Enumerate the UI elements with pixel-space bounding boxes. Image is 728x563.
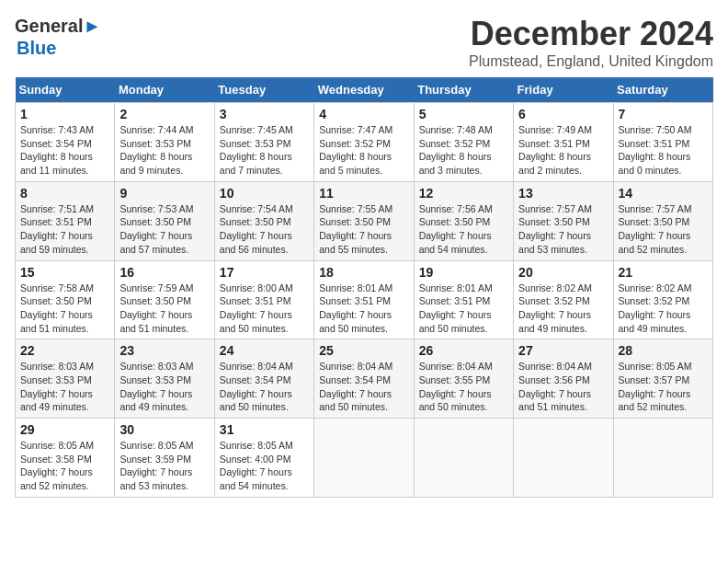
day-detail: Sunrise: 8:05 AMSunset: 3:58 PMDaylight:… [20, 439, 109, 493]
day-detail: Sunrise: 7:58 AMSunset: 3:50 PMDaylight:… [20, 282, 109, 336]
day-detail: Sunrise: 8:04 AMSunset: 3:55 PMDaylight:… [419, 360, 508, 414]
table-row: 25Sunrise: 8:04 AMSunset: 3:54 PMDayligh… [314, 339, 414, 419]
day-detail: Sunrise: 7:50 AMSunset: 3:51 PMDaylight:… [619, 123, 708, 178]
day-number: 8 [20, 186, 109, 201]
day-number: 20 [518, 265, 608, 280]
table-row: 1Sunrise: 7:43 AMSunset: 3:54 PMDaylight… [16, 103, 115, 182]
day-detail: Sunrise: 7:49 AMSunset: 3:51 PMDaylight:… [518, 123, 608, 178]
day-number: 7 [619, 107, 708, 121]
table-row: 20Sunrise: 8:02 AMSunset: 3:52 PMDayligh… [514, 260, 613, 339]
day-detail: Sunrise: 7:57 AMSunset: 3:50 PMDaylight:… [518, 202, 608, 257]
day-detail: Sunrise: 7:43 AMSunset: 3:54 PMDaylight:… [20, 123, 109, 178]
day-number: 11 [319, 186, 408, 201]
table-row: 13Sunrise: 7:57 AMSunset: 3:50 PMDayligh… [514, 181, 613, 260]
day-detail: Sunrise: 7:45 AMSunset: 3:53 PMDaylight:… [220, 123, 309, 178]
day-detail: Sunrise: 8:04 AMSunset: 3:56 PMDaylight:… [518, 360, 608, 414]
day-number: 16 [119, 265, 209, 280]
day-number: 1 [20, 107, 109, 121]
table-row: 4Sunrise: 7:47 AMSunset: 3:52 PMDaylight… [314, 103, 414, 182]
day-detail: Sunrise: 7:56 AMSunset: 3:50 PMDaylight:… [419, 202, 508, 257]
table-row: 26Sunrise: 8:04 AMSunset: 3:55 PMDayligh… [414, 339, 513, 419]
header: General► Blue December 2024 Plumstead, E… [15, 15, 713, 70]
day-detail: Sunrise: 7:47 AMSunset: 3:52 PMDaylight:… [319, 123, 408, 178]
table-row: 15Sunrise: 7:58 AMSunset: 3:50 PMDayligh… [16, 260, 115, 339]
table-row: 10Sunrise: 7:54 AMSunset: 3:50 PMDayligh… [214, 181, 313, 260]
col-thursday: Thursday [414, 77, 513, 103]
day-number: 10 [220, 186, 309, 201]
table-row: 30Sunrise: 8:05 AMSunset: 3:59 PMDayligh… [115, 419, 214, 498]
table-row: 23Sunrise: 8:03 AMSunset: 3:53 PMDayligh… [115, 339, 214, 419]
table-row: 14Sunrise: 7:57 AMSunset: 3:50 PMDayligh… [613, 181, 712, 260]
table-row: 7Sunrise: 7:50 AMSunset: 3:51 PMDaylight… [613, 103, 712, 182]
table-row: 8Sunrise: 7:51 AMSunset: 3:51 PMDaylight… [16, 181, 115, 260]
day-number: 9 [119, 186, 209, 201]
day-number: 19 [419, 265, 508, 280]
calendar-week-row: 8Sunrise: 7:51 AMSunset: 3:51 PMDaylight… [16, 181, 713, 260]
day-detail: Sunrise: 8:02 AMSunset: 3:52 PMDaylight:… [619, 282, 708, 336]
day-number: 18 [319, 265, 408, 280]
table-row: 21Sunrise: 8:02 AMSunset: 3:52 PMDayligh… [613, 260, 712, 339]
table-row: 11Sunrise: 7:55 AMSunset: 3:50 PMDayligh… [314, 181, 414, 260]
table-row: 29Sunrise: 8:05 AMSunset: 3:58 PMDayligh… [16, 419, 115, 498]
day-detail: Sunrise: 7:54 AMSunset: 3:50 PMDaylight:… [220, 202, 309, 257]
table-row: 9Sunrise: 7:53 AMSunset: 3:50 PMDaylight… [115, 181, 214, 260]
day-detail: Sunrise: 8:04 AMSunset: 3:54 PMDaylight:… [319, 360, 408, 414]
logo: General► Blue [15, 15, 101, 59]
table-row [514, 419, 613, 498]
day-detail: Sunrise: 8:05 AMSunset: 4:00 PMDaylight:… [220, 439, 309, 493]
table-row: 6Sunrise: 7:49 AMSunset: 3:51 PMDaylight… [514, 103, 613, 182]
table-row: 28Sunrise: 8:05 AMSunset: 3:57 PMDayligh… [613, 339, 712, 419]
day-detail: Sunrise: 7:48 AMSunset: 3:52 PMDaylight:… [419, 123, 508, 178]
calendar-table: Sunday Monday Tuesday Wednesday Thursday… [15, 77, 713, 498]
table-row: 12Sunrise: 7:56 AMSunset: 3:50 PMDayligh… [414, 181, 513, 260]
logo-text: General► [15, 15, 101, 37]
title-area: December 2024 Plumstead, England, United… [469, 15, 713, 70]
day-detail: Sunrise: 7:55 AMSunset: 3:50 PMDaylight:… [319, 202, 408, 257]
table-row: 2Sunrise: 7:44 AMSunset: 3:53 PMDaylight… [115, 103, 214, 182]
day-number: 21 [619, 265, 708, 280]
day-detail: Sunrise: 8:00 AMSunset: 3:51 PMDaylight:… [220, 282, 309, 336]
day-number: 17 [220, 265, 309, 280]
day-number: 5 [419, 107, 508, 121]
day-detail: Sunrise: 7:51 AMSunset: 3:51 PMDaylight:… [20, 202, 109, 257]
table-row: 17Sunrise: 8:00 AMSunset: 3:51 PMDayligh… [214, 260, 313, 339]
day-number: 4 [319, 107, 408, 121]
day-number: 31 [220, 422, 309, 437]
table-row: 5Sunrise: 7:48 AMSunset: 3:52 PMDaylight… [414, 103, 513, 182]
day-detail: Sunrise: 8:04 AMSunset: 3:54 PMDaylight:… [220, 360, 309, 414]
table-row: 24Sunrise: 8:04 AMSunset: 3:54 PMDayligh… [214, 339, 313, 419]
calendar-week-row: 22Sunrise: 8:03 AMSunset: 3:53 PMDayligh… [16, 339, 713, 419]
day-number: 12 [419, 186, 508, 201]
calendar-week-row: 15Sunrise: 7:58 AMSunset: 3:50 PMDayligh… [16, 260, 713, 339]
day-number: 27 [518, 343, 608, 358]
table-row: 16Sunrise: 7:59 AMSunset: 3:50 PMDayligh… [115, 260, 214, 339]
col-friday: Friday [514, 77, 613, 103]
table-row: 22Sunrise: 8:03 AMSunset: 3:53 PMDayligh… [16, 339, 115, 419]
col-sunday: Sunday [16, 77, 115, 103]
day-number: 26 [419, 343, 508, 358]
day-detail: Sunrise: 8:01 AMSunset: 3:51 PMDaylight:… [319, 282, 408, 336]
day-detail: Sunrise: 8:03 AMSunset: 3:53 PMDaylight:… [119, 360, 209, 414]
day-number: 6 [518, 107, 608, 121]
col-monday: Monday [115, 77, 214, 103]
col-tuesday: Tuesday [214, 77, 313, 103]
day-number: 15 [20, 265, 109, 280]
table-row [613, 419, 712, 498]
table-row: 31Sunrise: 8:05 AMSunset: 4:00 PMDayligh… [214, 419, 313, 498]
table-row [414, 419, 513, 498]
day-detail: Sunrise: 7:53 AMSunset: 3:50 PMDaylight:… [119, 202, 209, 257]
day-number: 2 [119, 107, 209, 121]
day-detail: Sunrise: 7:57 AMSunset: 3:50 PMDaylight:… [619, 202, 708, 257]
calendar-header-row: Sunday Monday Tuesday Wednesday Thursday… [16, 77, 713, 103]
day-number: 30 [119, 422, 209, 437]
day-number: 22 [20, 343, 109, 358]
day-detail: Sunrise: 7:44 AMSunset: 3:53 PMDaylight:… [119, 123, 209, 178]
day-detail: Sunrise: 7:59 AMSunset: 3:50 PMDaylight:… [119, 282, 209, 336]
day-number: 24 [220, 343, 309, 358]
table-row: 18Sunrise: 8:01 AMSunset: 3:51 PMDayligh… [314, 260, 414, 339]
day-number: 3 [220, 107, 309, 121]
subtitle: Plumstead, England, United Kingdom [469, 53, 713, 70]
calendar-week-row: 29Sunrise: 8:05 AMSunset: 3:58 PMDayligh… [16, 419, 713, 498]
main-title: December 2024 [469, 15, 713, 53]
day-number: 29 [20, 422, 109, 437]
